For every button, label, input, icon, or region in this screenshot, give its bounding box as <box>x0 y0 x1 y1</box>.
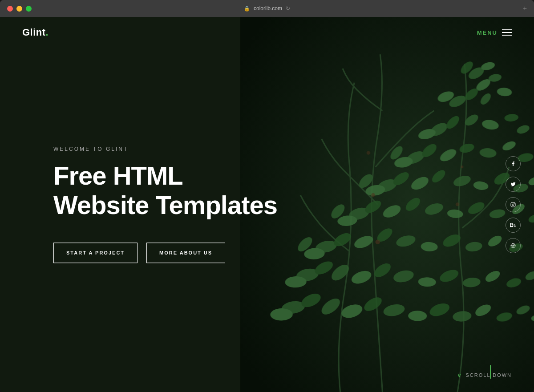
plant-illustration <box>240 17 534 392</box>
svg-rect-94 <box>511 202 515 207</box>
social-icons <box>506 156 521 253</box>
title-bar: 🔒 colorlib.com ↻ + <box>0 0 534 17</box>
hero-title-line1: Free HTML <box>53 161 183 190</box>
svg-point-92 <box>456 202 459 206</box>
behance-icon[interactable] <box>506 218 521 233</box>
hero-title: Free HTML Website Templates <box>53 161 277 220</box>
scroll-down-label: SCROLL DOWN <box>466 372 512 378</box>
scroll-down[interactable]: ∨ SCROLL DOWN <box>457 372 512 379</box>
hero-subtitle: WELCOME TO GLINT <box>53 146 277 152</box>
start-project-button[interactable]: START A PROJECT <box>53 242 138 263</box>
chevron-down-icon: ∨ <box>457 372 462 379</box>
navbar: Glint. MENU <box>0 17 534 48</box>
instagram-icon[interactable] <box>506 197 521 212</box>
hamburger-icon <box>502 29 512 36</box>
twitter-icon[interactable] <box>506 177 521 192</box>
hero-buttons: START A PROJECT MORE ABOUT US <box>53 242 277 263</box>
logo[interactable]: Glint. <box>22 27 49 38</box>
maximize-button[interactable] <box>26 6 32 12</box>
url-text: colorlib.com <box>254 5 282 12</box>
more-about-us-button[interactable]: MORE ABOUT US <box>146 242 225 263</box>
address-bar: 🔒 colorlib.com ↻ <box>244 5 290 12</box>
minimize-button[interactable] <box>16 6 22 12</box>
window: 🔒 colorlib.com ↻ + <box>0 0 534 392</box>
page-content: Glint. MENU WELCOME TO GLINT Free HTML W… <box>0 17 534 392</box>
logo-text: Glint <box>22 27 46 38</box>
svg-point-89 <box>376 240 380 245</box>
svg-point-96 <box>514 203 515 204</box>
url-icon: 🔒 <box>244 6 250 12</box>
svg-point-90 <box>371 193 375 197</box>
dribbble-icon[interactable] <box>506 238 521 253</box>
scroll-line <box>490 365 491 379</box>
refresh-icon[interactable]: ↻ <box>286 5 290 12</box>
facebook-icon[interactable] <box>506 156 521 171</box>
logo-dot: . <box>46 27 49 38</box>
svg-point-93 <box>461 166 463 168</box>
menu-label: MENU <box>477 29 498 36</box>
hero-title-line2: Website Templates <box>53 191 277 220</box>
close-button[interactable] <box>7 6 13 12</box>
svg-point-91 <box>367 151 370 154</box>
svg-point-95 <box>512 204 514 206</box>
svg-rect-0 <box>240 17 534 392</box>
window-buttons <box>7 6 32 12</box>
menu-button[interactable]: MENU <box>477 29 512 36</box>
hero-content: WELCOME TO GLINT Free HTML Website Templ… <box>53 146 277 263</box>
title-bar-right: + <box>523 4 527 12</box>
